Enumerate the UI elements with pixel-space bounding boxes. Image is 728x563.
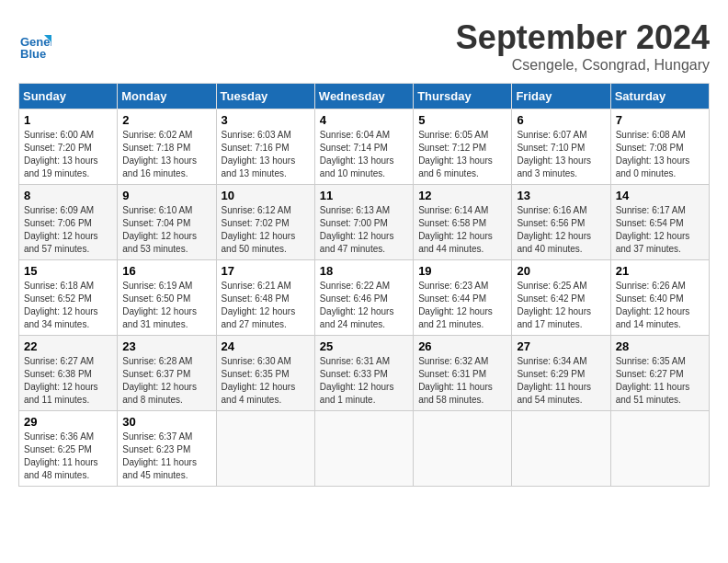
day-info: Sunrise: 6:28 AMSunset: 6:37 PMDaylight:…: [122, 355, 210, 407]
day-info: Sunrise: 6:04 AMSunset: 7:14 PMDaylight:…: [320, 129, 408, 180]
calendar-cell: 7Sunrise: 6:08 AMSunset: 7:08 PMDaylight…: [610, 109, 709, 185]
day-info: Sunrise: 6:13 AMSunset: 7:00 PMDaylight:…: [320, 204, 408, 256]
day-number: 6: [517, 113, 605, 127]
day-info: Sunrise: 6:10 AMSunset: 7:04 PMDaylight:…: [122, 204, 210, 256]
calendar-week-5: 29Sunrise: 6:36 AMSunset: 6:25 PMDayligh…: [19, 411, 710, 487]
calendar-week-3: 15Sunrise: 6:18 AMSunset: 6:52 PMDayligh…: [19, 260, 710, 336]
calendar-cell: [512, 411, 610, 487]
calendar-cell: 5Sunrise: 6:05 AMSunset: 7:12 PMDaylight…: [414, 109, 512, 185]
calendar-cell: 24Sunrise: 6:30 AMSunset: 6:35 PMDayligh…: [216, 336, 314, 411]
day-info: Sunrise: 6:19 AMSunset: 6:50 PMDaylight:…: [122, 280, 210, 331]
day-info: Sunrise: 6:07 AMSunset: 7:10 PMDaylight:…: [517, 129, 605, 180]
day-info: Sunrise: 6:05 AMSunset: 7:12 PMDaylight:…: [418, 129, 506, 180]
month-title: September 2024: [456, 18, 710, 57]
day-info: Sunrise: 6:21 AMSunset: 6:48 PMDaylight:…: [222, 280, 310, 331]
day-number: 18: [320, 264, 408, 278]
day-number: 9: [122, 189, 210, 202]
day-info: Sunrise: 6:30 AMSunset: 6:35 PMDaylight:…: [222, 355, 310, 407]
day-number: 10: [222, 189, 310, 202]
day-number: 14: [616, 189, 704, 202]
day-number: 1: [24, 113, 112, 127]
calendar-cell: 16Sunrise: 6:19 AMSunset: 6:50 PMDayligh…: [118, 260, 216, 336]
day-info: Sunrise: 6:27 AMSunset: 6:38 PMDaylight:…: [24, 355, 112, 407]
day-number: 2: [122, 113, 210, 127]
day-info: Sunrise: 6:23 AMSunset: 6:44 PMDaylight:…: [418, 280, 506, 331]
weekday-tuesday: Tuesday: [216, 84, 314, 109]
calendar-cell: 22Sunrise: 6:27 AMSunset: 6:38 PMDayligh…: [19, 336, 118, 411]
weekday-saturday: Saturday: [610, 84, 709, 109]
day-info: Sunrise: 6:16 AMSunset: 6:56 PMDaylight:…: [517, 204, 605, 256]
day-number: 20: [517, 264, 605, 278]
calendar-week-4: 22Sunrise: 6:27 AMSunset: 6:38 PMDayligh…: [19, 336, 710, 411]
day-info: Sunrise: 6:31 AMSunset: 6:33 PMDaylight:…: [320, 355, 408, 407]
day-info: Sunrise: 6:03 AMSunset: 7:16 PMDaylight:…: [222, 129, 310, 180]
calendar-cell: [314, 411, 413, 487]
calendar-cell: 15Sunrise: 6:18 AMSunset: 6:52 PMDayligh…: [19, 260, 118, 336]
calendar-week-1: 1Sunrise: 6:00 AMSunset: 7:20 PMDaylight…: [19, 109, 710, 185]
day-number: 27: [517, 339, 605, 353]
day-number: 17: [222, 264, 310, 278]
day-number: 13: [517, 189, 605, 202]
title-block: September 2024 Csengele, Csongrad, Hunga…: [456, 18, 710, 74]
calendar-cell: 26Sunrise: 6:32 AMSunset: 6:31 PMDayligh…: [414, 336, 512, 411]
calendar-table: SundayMondayTuesdayWednesdayThursdayFrid…: [18, 83, 710, 487]
calendar-cell: [610, 411, 709, 487]
day-info: Sunrise: 6:26 AMSunset: 6:40 PMDaylight:…: [616, 280, 704, 331]
calendar-cell: 3Sunrise: 6:03 AMSunset: 7:16 PMDaylight…: [216, 109, 314, 185]
calendar-cell: 20Sunrise: 6:25 AMSunset: 6:42 PMDayligh…: [512, 260, 610, 336]
day-number: 22: [24, 339, 112, 353]
day-info: Sunrise: 6:37 AMSunset: 6:23 PMDaylight:…: [122, 431, 210, 482]
calendar-cell: 27Sunrise: 6:34 AMSunset: 6:29 PMDayligh…: [512, 336, 610, 411]
day-number: 26: [418, 339, 506, 353]
day-info: Sunrise: 6:34 AMSunset: 6:29 PMDaylight:…: [517, 355, 605, 407]
calendar-cell: 11Sunrise: 6:13 AMSunset: 7:00 PMDayligh…: [314, 185, 413, 260]
day-info: Sunrise: 6:36 AMSunset: 6:25 PMDaylight:…: [24, 431, 112, 482]
calendar-cell: 18Sunrise: 6:22 AMSunset: 6:46 PMDayligh…: [314, 260, 413, 336]
day-info: Sunrise: 6:14 AMSunset: 6:58 PMDaylight:…: [418, 204, 506, 256]
day-number: 7: [616, 113, 704, 127]
logo: General Blue: [18, 28, 55, 61]
day-number: 8: [24, 189, 112, 202]
day-number: 19: [418, 264, 506, 278]
weekday-thursday: Thursday: [414, 84, 512, 109]
day-number: 3: [222, 113, 310, 127]
calendar-cell: 2Sunrise: 6:02 AMSunset: 7:18 PMDaylight…: [118, 109, 216, 185]
day-number: 21: [616, 264, 704, 278]
calendar-body: 1Sunrise: 6:00 AMSunset: 7:20 PMDaylight…: [19, 109, 710, 487]
logo-icon: General Blue: [18, 28, 51, 61]
calendar-cell: 19Sunrise: 6:23 AMSunset: 6:44 PMDayligh…: [414, 260, 512, 336]
calendar-cell: 12Sunrise: 6:14 AMSunset: 6:58 PMDayligh…: [414, 185, 512, 260]
day-info: Sunrise: 6:09 AMSunset: 7:06 PMDaylight:…: [24, 204, 112, 256]
day-number: 24: [222, 339, 310, 353]
day-number: 29: [24, 415, 112, 429]
calendar-cell: 25Sunrise: 6:31 AMSunset: 6:33 PMDayligh…: [314, 336, 413, 411]
calendar-cell: 14Sunrise: 6:17 AMSunset: 6:54 PMDayligh…: [610, 185, 709, 260]
weekday-wednesday: Wednesday: [314, 84, 413, 109]
day-info: Sunrise: 6:12 AMSunset: 7:02 PMDaylight:…: [222, 204, 310, 256]
day-info: Sunrise: 6:32 AMSunset: 6:31 PMDaylight:…: [418, 355, 506, 407]
day-number: 23: [122, 339, 210, 353]
day-info: Sunrise: 6:00 AMSunset: 7:20 PMDaylight:…: [24, 129, 112, 180]
calendar-cell: 10Sunrise: 6:12 AMSunset: 7:02 PMDayligh…: [216, 185, 314, 260]
header: General Blue September 2024 Csengele, Cs…: [18, 18, 710, 74]
calendar-cell: 17Sunrise: 6:21 AMSunset: 6:48 PMDayligh…: [216, 260, 314, 336]
day-number: 25: [320, 339, 408, 353]
location-title: Csengele, Csongrad, Hungary: [456, 57, 710, 74]
day-info: Sunrise: 6:18 AMSunset: 6:52 PMDaylight:…: [24, 280, 112, 331]
day-number: 11: [320, 189, 408, 202]
svg-text:Blue: Blue: [20, 47, 46, 61]
day-number: 5: [418, 113, 506, 127]
calendar-cell: [216, 411, 314, 487]
calendar-cell: [414, 411, 512, 487]
day-info: Sunrise: 6:08 AMSunset: 7:08 PMDaylight:…: [616, 129, 704, 180]
day-number: 30: [122, 415, 210, 429]
calendar-cell: 13Sunrise: 6:16 AMSunset: 6:56 PMDayligh…: [512, 185, 610, 260]
day-info: Sunrise: 6:02 AMSunset: 7:18 PMDaylight:…: [122, 129, 210, 180]
calendar-cell: 30Sunrise: 6:37 AMSunset: 6:23 PMDayligh…: [118, 411, 216, 487]
weekday-monday: Monday: [118, 84, 216, 109]
day-info: Sunrise: 6:17 AMSunset: 6:54 PMDaylight:…: [616, 204, 704, 256]
calendar-week-2: 8Sunrise: 6:09 AMSunset: 7:06 PMDaylight…: [19, 185, 710, 260]
day-number: 4: [320, 113, 408, 127]
day-number: 16: [122, 264, 210, 278]
calendar-cell: 21Sunrise: 6:26 AMSunset: 6:40 PMDayligh…: [610, 260, 709, 336]
